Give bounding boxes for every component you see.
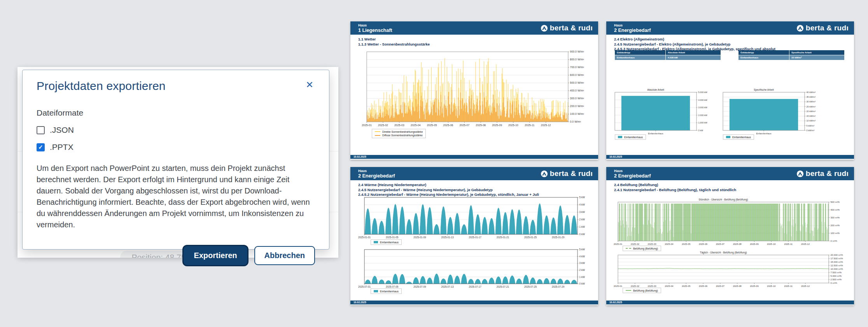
pptx-checkbox[interactable]: ✓	[37, 143, 45, 151]
chart-legend: Einfamilienhaus	[723, 134, 754, 140]
checkbox-row-pptx[interactable]: ✓ .PPTX	[37, 142, 315, 152]
chart-s3-january: 5 kW4 kW3 kW2 kW1 kW0 kW2025-01-012025-0…	[364, 197, 610, 242]
slide-title: 2 Energiebedarf	[614, 173, 651, 179]
slide-footer-bar: 10.02.2025	[350, 155, 598, 159]
table-header-cell: Gebäudetyp	[615, 50, 665, 55]
chart-s2-absolute: 5.000 kW4.000 kW3.000 kW2.000 kW1.000 kW…	[615, 92, 729, 138]
svg-text:3 kW: 3 kW	[579, 211, 585, 213]
svg-text:800.0 W/m²: 800.0 W/m²	[570, 58, 584, 61]
close-icon[interactable]: ✕	[304, 79, 315, 90]
legend-entry: Einfamilienhaus	[374, 241, 399, 244]
svg-text:2025-06: 2025-06	[443, 124, 453, 127]
svg-text:25 kW/m²: 25 kW/m²	[807, 105, 816, 108]
dialog-title: Projektdaten exportieren	[37, 79, 166, 93]
chart-s1-irradiance: 900.0 W/m²800.0 W/m²700.0 W/m²600.0 W/m²…	[367, 52, 601, 130]
slide-kicker: Haus	[358, 23, 392, 28]
slide-header: Haus2 Energiebedarfberta & rudı	[350, 167, 598, 180]
svg-text:2025-01-25: 2025-01-25	[524, 236, 537, 239]
slide-date: 10.02.2025	[354, 301, 366, 304]
brand-logo-icon	[541, 170, 548, 178]
series-line-swatch	[626, 290, 631, 291]
slide-belueftung: Haus2 Energiebedarfberta & rudı2.4 Belüf…	[606, 167, 854, 305]
svg-text:2 kW: 2 kW	[579, 269, 585, 271]
chart-s4-daily: 20.000 m³/h17.500 m³/h15.000 m³/h12.500 …	[618, 255, 861, 291]
chart-legend: Einfamilienhaus	[615, 134, 646, 140]
berta-rudi-logo: berta & rudı	[796, 169, 849, 178]
svg-text:2025-12: 2025-12	[541, 124, 551, 127]
chart-s2-specific: 40 kW/m²35 kW/m²30 kW/m²25 kW/m²20 kW/m²…	[723, 92, 837, 138]
svg-text:300 m³/h: 300 m³/h	[831, 216, 840, 219]
table-cell: 4.528 kW	[666, 55, 721, 60]
chart-legend: Einfamilienhaus	[371, 288, 402, 294]
svg-text:200.0 W/m²: 200.0 W/m²	[570, 105, 584, 107]
svg-text:3 kW: 3 kW	[579, 262, 585, 264]
file-formats-label: Dateiformate	[37, 108, 315, 118]
table-header-row: GebäudetypSpezifische Arbeit	[738, 50, 844, 55]
svg-text:2025-07-25: 2025-07-25	[524, 285, 537, 288]
svg-text:2025-06: 2025-06	[699, 243, 708, 245]
svg-text:100 m³/h: 100 m³/h	[831, 232, 840, 234]
series-swatch	[618, 136, 622, 138]
slide-header: Haus1 Liegenschaftberta & rudı	[350, 21, 598, 35]
svg-text:0 kW: 0 kW	[579, 282, 585, 285]
svg-text:900.0 W/m²: 900.0 W/m²	[570, 50, 584, 53]
slide-wetter-sonnenbestrahlung: Haus1 Liegenschaftberta & rudı1.1 Wetter…	[350, 21, 598, 160]
svg-text:0 m³/h: 0 m³/h	[831, 240, 837, 242]
svg-text:2025-01-05: 2025-01-05	[386, 236, 399, 239]
slide-header: Haus2 Energiebedarfberta & rudı	[606, 167, 854, 180]
svg-text:2025-07-01: 2025-07-01	[358, 285, 371, 288]
svg-text:20.000 m³/h: 20.000 m³/h	[831, 254, 843, 256]
export-button[interactable]: Exportieren	[184, 246, 247, 265]
svg-text:2025-02: 2025-02	[631, 285, 640, 287]
cancel-button[interactable]: Abbrechen	[254, 246, 315, 265]
svg-text:2025-03: 2025-03	[394, 124, 404, 127]
svg-text:2025-11: 2025-11	[525, 124, 534, 127]
svg-text:2025-07-13: 2025-07-13	[441, 285, 454, 288]
legend-label: Einfamilienhaus	[380, 290, 399, 293]
chart-title: Absolute Arbeit	[615, 88, 696, 91]
table-cell: Einfamilienhaus	[615, 55, 665, 60]
series-swatch	[726, 136, 730, 138]
svg-text:5.000 m³/h: 5.000 m³/h	[831, 275, 842, 277]
brand-logo-text: berta & rudı	[806, 24, 849, 32]
section-heading: 2.4.5 Nutzenergiebedarf - Elektro (Allge…	[614, 42, 850, 47]
svg-text:5 kW/m²: 5 kW/m²	[807, 125, 815, 127]
svg-text:0 kW/m²: 0 kW/m²	[807, 129, 815, 132]
svg-text:10 kW/m²: 10 kW/m²	[807, 120, 816, 122]
brand-logo-text: berta & rudı	[550, 24, 593, 32]
json-checkbox[interactable]	[37, 126, 45, 134]
legend-entry: Diffuse Sonnenbestrahlungsstärke	[375, 134, 423, 137]
brand-logo-icon	[796, 170, 804, 178]
slide-footer-bar: 10.02.2025	[606, 155, 854, 159]
svg-text:Einfamilienhaus: Einfamilienhaus	[648, 132, 663, 135]
slide-date: 10.02.2025	[609, 301, 622, 304]
svg-text:200 m³/h: 200 m³/h	[831, 224, 840, 227]
svg-text:2025-12: 2025-12	[801, 243, 810, 245]
brand-logo-text: berta & rudı	[806, 169, 849, 178]
section-heading: 2.4.5.2 Nutzenergiebedarf - Wärme (Heizu…	[358, 192, 594, 197]
slide-waerme-niedertemperatur: Haus2 Energiebedarfberta & rudı2.4 Wärme…	[350, 167, 598, 305]
checkbox-row-json[interactable]: .JSON	[37, 125, 315, 135]
svg-text:2025-05: 2025-05	[427, 124, 437, 127]
section-heading: 2.4 Elektro (Allgemeinstrom)	[614, 37, 850, 42]
svg-text:2025-07-17: 2025-07-17	[469, 285, 482, 288]
slide-date: 10.02.2025	[354, 155, 366, 158]
svg-text:15 kW/m²: 15 kW/m²	[807, 115, 816, 117]
svg-text:2025-09: 2025-09	[750, 285, 759, 287]
svg-text:40 kW/m²: 40 kW/m²	[807, 91, 816, 93]
slide-title: 2 Energiebedarf	[614, 28, 651, 33]
slide-footer-bar: 10.02.2025	[350, 301, 598, 304]
section-heading: 2.4 Wärme (Heizung Niedertemperatur)	[358, 183, 594, 188]
svg-text:30 kW/m²: 30 kW/m²	[807, 100, 816, 103]
berta-rudi-logo: berta & rudı	[541, 169, 593, 178]
slide-header: Haus2 Energiebedarfberta & rudı	[606, 21, 854, 35]
svg-text:2025-11: 2025-11	[784, 285, 793, 287]
data-table: GebäudetypAbsolute ArbeitEinfamilienhaus…	[615, 50, 721, 60]
svg-text:2025-04: 2025-04	[665, 285, 674, 287]
chart-legend: Einfamilienhaus	[371, 239, 402, 245]
legend-label: Belüftung (Belüftung)	[633, 289, 658, 292]
svg-text:2025-01-09: 2025-01-09	[413, 236, 426, 239]
svg-text:400.0 W/m²: 400.0 W/m²	[570, 89, 584, 92]
svg-text:300.0 W/m²: 300.0 W/m²	[570, 97, 584, 100]
berta-rudi-logo: berta & rudı	[541, 24, 593, 32]
